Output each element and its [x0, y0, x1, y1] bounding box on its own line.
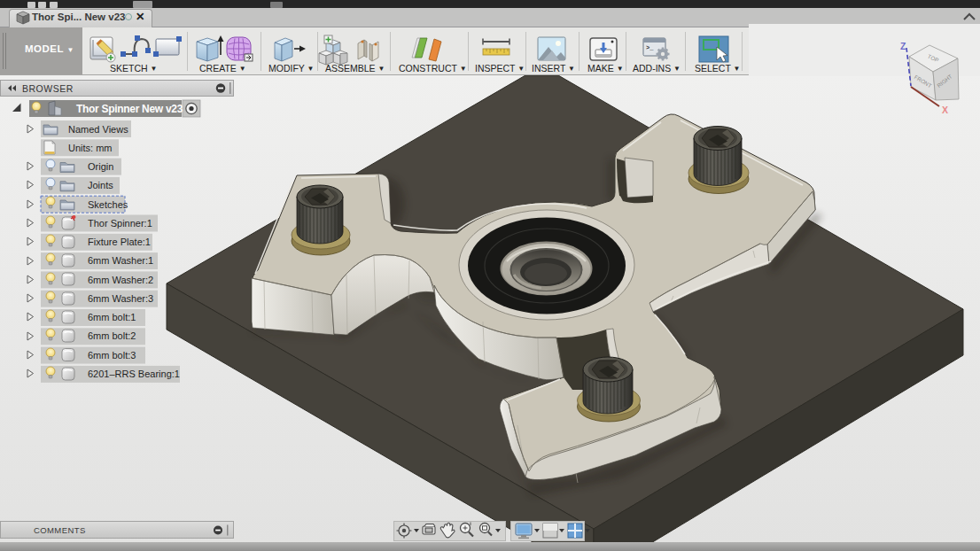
svg-text:Sketches: Sketches [88, 199, 128, 210]
svg-text:6mm bolt:1: 6mm bolt:1 [88, 312, 136, 322]
svg-text:Joints: Joints [88, 180, 113, 190]
svg-text:6mm Washer:1: 6mm Washer:1 [88, 255, 153, 266]
svg-text:X: X [942, 105, 948, 115]
svg-text:6mm bolt:3: 6mm bolt:3 [88, 350, 136, 361]
svg-text:6mm bolt:2: 6mm bolt:2 [88, 330, 136, 341]
svg-text:6mm Washer:3: 6mm Washer:3 [88, 293, 153, 304]
svg-text:Fixture Plate:1: Fixture Plate:1 [88, 237, 151, 247]
svg-text:Origin: Origin [88, 161, 113, 172]
svg-text:Named Views: Named Views [68, 124, 128, 135]
svg-text:Thor Spinner:1: Thor Spinner:1 [88, 218, 152, 229]
svg-text:6201–RRS Bearing:1: 6201–RRS Bearing:1 [88, 369, 180, 379]
svg-text:Z: Z [900, 41, 906, 51]
svg-text:Units: mm: Units: mm [68, 143, 113, 153]
svg-text:Thor Spinner New v23: Thor Spinner New v23 [76, 103, 183, 115]
svg-text:6mm Washer:2: 6mm Washer:2 [88, 275, 153, 285]
svg-text:>_: >_ [646, 44, 654, 51]
